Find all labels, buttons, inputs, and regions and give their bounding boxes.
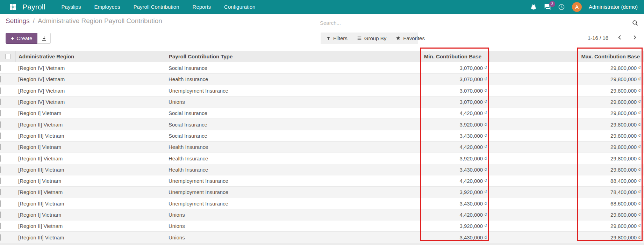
- row-max-contribution-base[interactable]: 29,800,000 ₫: [489, 99, 644, 105]
- row-contribution-type[interactable]: Social Insurance: [168, 110, 334, 116]
- row-region[interactable]: [Region II] Vietnam: [15, 122, 168, 128]
- breadcrumb-settings-link[interactable]: Settings: [6, 17, 30, 25]
- nav-item-employees[interactable]: Employees: [94, 4, 120, 10]
- row-checkbox[interactable]: [0, 155, 1, 162]
- row-max-contribution-base[interactable]: 29,800,000 ₫: [489, 223, 644, 229]
- row-contribution-type[interactable]: Unemployment Insurance: [168, 88, 334, 94]
- column-header-administrative-region[interactable]: Administrative Region: [15, 51, 168, 62]
- row-min-contribution-base[interactable]: 4,420,000 ₫: [334, 212, 489, 218]
- table-row[interactable]: [Region IV] Vietnam Unemployment Insuran…: [0, 85, 644, 96]
- row-min-contribution-base[interactable]: 3,070,000 ₫: [334, 65, 489, 71]
- row-contribution-type[interactable]: Social Insurance: [168, 122, 334, 128]
- create-button[interactable]: + Create: [6, 33, 37, 44]
- row-region[interactable]: [Region III] Vietnam: [15, 235, 168, 240]
- row-region[interactable]: [Region I] Vietnam: [15, 212, 168, 218]
- row-min-contribution-base[interactable]: 3,070,000 ₫: [334, 76, 489, 82]
- nav-item-reports[interactable]: Reports: [193, 4, 211, 10]
- row-max-contribution-base[interactable]: 29,800,000 ₫: [489, 167, 644, 173]
- row-max-contribution-base[interactable]: 29,800,000 ₫: [489, 156, 644, 161]
- table-row[interactable]: [Region III] Vietnam Unemployment Insura…: [0, 198, 644, 209]
- row-checkbox[interactable]: [0, 144, 1, 150]
- nav-item-configuration[interactable]: Configuration: [224, 4, 255, 10]
- table-row[interactable]: [Region IV] Vietnam Unions 3,070,000 ₫ 2…: [0, 96, 644, 107]
- row-checkbox[interactable]: [0, 178, 1, 184]
- row-max-contribution-base[interactable]: 68,600,000 ₫: [489, 201, 644, 207]
- export-button[interactable]: [37, 33, 51, 44]
- bug-icon[interactable]: [530, 3, 537, 10]
- row-checkbox[interactable]: [0, 189, 1, 195]
- row-region[interactable]: [Region III] Vietnam: [15, 167, 168, 173]
- table-row[interactable]: [Region III] Vietnam Health Insurance 3,…: [0, 164, 644, 175]
- row-min-contribution-base[interactable]: 3,920,000 ₫: [334, 156, 489, 161]
- row-region[interactable]: [Region II] Vietnam: [15, 156, 168, 161]
- search-icon[interactable]: [632, 20, 638, 26]
- activities-clock-icon[interactable]: [558, 3, 565, 10]
- column-header-min-contribution-base[interactable]: Min. Contribution Base: [334, 51, 489, 62]
- row-region[interactable]: [Region IV] Vietnam: [15, 88, 168, 94]
- group-by-button[interactable]: Group By: [357, 35, 386, 41]
- row-checkbox[interactable]: [0, 87, 1, 94]
- row-region[interactable]: [Region III] Vietnam: [15, 201, 168, 207]
- row-contribution-type[interactable]: Unions: [168, 99, 334, 105]
- row-region[interactable]: [Region III] Vietnam: [15, 133, 168, 139]
- table-row[interactable]: [Region II] Vietnam Unions 3,920,000 ₫ 2…: [0, 220, 644, 231]
- row-region[interactable]: [Region I] Vietnam: [15, 178, 168, 184]
- table-row[interactable]: [Region II] Vietnam Social Insurance 3,9…: [0, 118, 644, 130]
- row-contribution-type[interactable]: Social Insurance: [168, 133, 334, 139]
- search-input[interactable]: [320, 20, 632, 26]
- row-region[interactable]: [Region I] Vietnam: [15, 144, 168, 150]
- row-max-contribution-base[interactable]: 29,800,000 ₫: [489, 144, 644, 150]
- row-checkbox[interactable]: [0, 132, 1, 139]
- row-min-contribution-base[interactable]: 4,420,000 ₫: [334, 110, 489, 116]
- table-row[interactable]: [Region I] Vietnam Social Insurance 4,42…: [0, 107, 644, 118]
- row-min-contribution-base[interactable]: 3,070,000 ₫: [334, 88, 489, 94]
- nav-item-payslips[interactable]: Payslips: [62, 4, 81, 10]
- row-checkbox[interactable]: [0, 166, 1, 173]
- row-contribution-type[interactable]: Health Insurance: [168, 167, 334, 173]
- row-min-contribution-base[interactable]: 3,920,000 ₫: [334, 122, 489, 128]
- select-all-checkbox[interactable]: [5, 54, 10, 59]
- row-min-contribution-base[interactable]: 3,920,000 ₫: [334, 189, 489, 195]
- row-checkbox[interactable]: [0, 211, 1, 218]
- nav-item-payroll-contribution[interactable]: Payroll Contribution: [134, 4, 179, 10]
- app-title[interactable]: Payroll: [22, 3, 45, 11]
- row-min-contribution-base[interactable]: 3,070,000 ₫: [334, 99, 489, 105]
- row-checkbox[interactable]: [0, 223, 1, 229]
- row-contribution-type[interactable]: Health Insurance: [168, 156, 334, 161]
- row-max-contribution-base[interactable]: 29,800,000 ₫: [489, 76, 644, 82]
- row-region[interactable]: [Region II] Vietnam: [15, 223, 168, 229]
- row-contribution-type[interactable]: Unemployment Insurance: [168, 201, 334, 207]
- table-row[interactable]: [Region II] Vietnam Unemployment Insuran…: [0, 186, 644, 197]
- table-row[interactable]: [Region III] Vietnam Unions 3,430,000 ₫ …: [0, 231, 644, 243]
- pager-previous-button[interactable]: [617, 35, 623, 41]
- row-contribution-type[interactable]: Unions: [168, 235, 334, 240]
- row-checkbox[interactable]: [0, 234, 1, 241]
- row-region[interactable]: [Region IV] Vietnam: [15, 76, 168, 82]
- row-min-contribution-base[interactable]: 4,420,000 ₫: [334, 178, 489, 184]
- row-checkbox[interactable]: [0, 76, 1, 82]
- row-contribution-type[interactable]: Unions: [168, 223, 334, 229]
- row-max-contribution-base[interactable]: 29,800,000 ₫: [489, 110, 644, 116]
- row-checkbox[interactable]: [0, 121, 1, 128]
- row-contribution-type[interactable]: Unions: [168, 212, 334, 218]
- row-max-contribution-base[interactable]: 29,800,000 ₫: [489, 133, 644, 139]
- row-min-contribution-base[interactable]: 3,430,000 ₫: [334, 167, 489, 173]
- table-row[interactable]: [Region IV] Vietnam Social Insurance 3,0…: [0, 62, 644, 73]
- row-min-contribution-base[interactable]: 3,430,000 ₫: [334, 133, 489, 139]
- row-min-contribution-base[interactable]: 3,920,000 ₫: [334, 223, 489, 229]
- row-max-contribution-base[interactable]: 29,800,000 ₫: [489, 122, 644, 128]
- row-checkbox[interactable]: [0, 200, 1, 207]
- avatar[interactable]: A: [572, 2, 582, 12]
- row-min-contribution-base[interactable]: 4,420,000 ₫: [334, 144, 489, 150]
- row-checkbox[interactable]: [0, 99, 1, 105]
- table-row[interactable]: [Region I] Vietnam Unemployment Insuranc…: [0, 175, 644, 186]
- row-region[interactable]: [Region II] Vietnam: [15, 189, 168, 195]
- row-contribution-type[interactable]: Health Insurance: [168, 76, 334, 82]
- row-region[interactable]: [Region IV] Vietnam: [15, 99, 168, 105]
- row-min-contribution-base[interactable]: 3,430,000 ₫: [334, 235, 489, 240]
- row-region[interactable]: [Region IV] Vietnam: [15, 65, 168, 71]
- column-header-payroll-contribution-type[interactable]: Payroll Contribution Type: [168, 51, 334, 62]
- row-contribution-type[interactable]: Unemployment Insurance: [168, 178, 334, 184]
- table-row[interactable]: [Region III] Vietnam Social Insurance 3,…: [0, 130, 644, 141]
- table-row[interactable]: [Region II] Vietnam Health Insurance 3,9…: [0, 152, 644, 164]
